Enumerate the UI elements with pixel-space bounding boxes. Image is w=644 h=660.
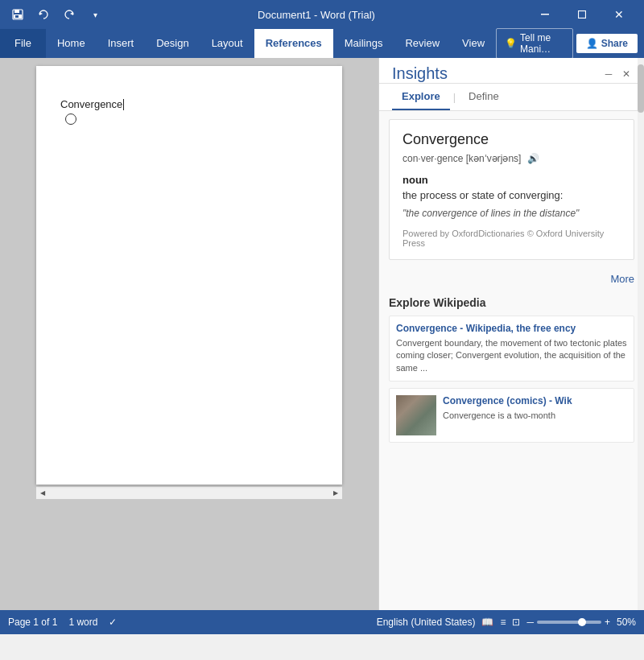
language-label[interactable]: English (United States) bbox=[377, 617, 476, 628]
wiki-title-2: Convergence (comics) - Wik bbox=[443, 395, 627, 406]
quick-access-toolbar: ▾ bbox=[6, 3, 106, 26]
document-text: Convergence bbox=[60, 98, 318, 110]
tab-insert[interactable]: Insert bbox=[97, 29, 146, 58]
insights-panel: Insights ─ ✕ Explore | Define Convergenc… bbox=[378, 58, 644, 610]
svg-marker-5 bbox=[70, 12, 73, 15]
tab-mailings[interactable]: Mailings bbox=[333, 29, 394, 58]
book-icon: 📖 bbox=[481, 617, 493, 628]
horizontal-scrollbar: ◀ ▶ bbox=[36, 486, 342, 499]
status-bar-right: English (United States) 📖 ≡ ⊡ ─ + 50% bbox=[377, 617, 636, 628]
ellipsis-1: ... bbox=[420, 363, 427, 373]
wikipedia-section-title: Explore Wikipedia bbox=[389, 296, 634, 309]
ribbon-right: 💡 Tell me Mani… 👤 Share bbox=[496, 29, 644, 58]
svg-rect-3 bbox=[15, 15, 19, 18]
zoom-minus-icon[interactable]: ─ bbox=[526, 617, 534, 628]
tab-references[interactable]: References bbox=[254, 29, 333, 58]
wiki-item-2-content: Convergence (comics) - Wik Convergence i… bbox=[443, 395, 627, 435]
tab-explore[interactable]: Explore bbox=[392, 84, 450, 110]
lightbulb-icon: 💡 bbox=[505, 38, 517, 49]
pronunciation-text: con·ver·gence [kənˈvərjəns] bbox=[402, 153, 521, 164]
scroll-track[interactable] bbox=[49, 487, 329, 499]
tab-define[interactable]: Define bbox=[459, 84, 509, 110]
zoom-level: 50% bbox=[617, 617, 636, 628]
list-bullet bbox=[65, 113, 76, 125]
insights-scrollbar[interactable] bbox=[638, 58, 644, 610]
window-controls: ✕ bbox=[526, 0, 638, 29]
scroll-left-button[interactable]: ◀ bbox=[36, 487, 49, 500]
zoom-thumb bbox=[578, 618, 586, 626]
wiki-title-1: Convergence - Wikipedia, the free ency bbox=[396, 323, 627, 334]
wikipedia-section: Explore Wikipedia Convergence - Wikipedi… bbox=[389, 296, 634, 443]
more-anchor[interactable]: More bbox=[610, 273, 634, 285]
insights-close-button[interactable]: ✕ bbox=[618, 66, 634, 82]
doc-word: Convergence bbox=[60, 98, 122, 110]
sound-icon[interactable]: 🔊 bbox=[526, 151, 540, 166]
tab-view[interactable]: View bbox=[451, 29, 496, 58]
definition-text: the process or state of converging: bbox=[402, 189, 621, 201]
minimize-window-button[interactable] bbox=[526, 0, 564, 29]
thumb-image bbox=[396, 395, 436, 435]
pronunciation: con·ver·gence [kənˈvərjəns] 🔊 bbox=[402, 151, 621, 166]
tab-file[interactable]: File bbox=[0, 29, 46, 58]
insights-header: Insights ─ ✕ bbox=[379, 58, 644, 84]
save-button[interactable] bbox=[6, 3, 29, 26]
tab-layout[interactable]: Layout bbox=[200, 29, 254, 58]
title-bar: ▾ Document1 - Word (Trial) ✕ bbox=[0, 0, 644, 29]
part-of-speech: noun bbox=[402, 174, 621, 186]
restore-window-button[interactable] bbox=[564, 0, 601, 29]
svg-rect-1 bbox=[14, 10, 19, 13]
wikipedia-item-2[interactable]: Convergence (comics) - Wik Convergence i… bbox=[389, 388, 634, 443]
share-button[interactable]: 👤 Share bbox=[576, 34, 638, 53]
tab-home[interactable]: Home bbox=[46, 29, 97, 58]
definition-example: "the convergence of lines in the distanc… bbox=[402, 208, 621, 219]
tab-review[interactable]: Review bbox=[394, 29, 451, 58]
status-bar: Page 1 of 1 1 word ✓ English (United Sta… bbox=[0, 610, 644, 634]
more-link[interactable]: More bbox=[389, 268, 634, 290]
wiki-desc-1: Convergent boundary, the movement of two… bbox=[396, 337, 627, 374]
svg-marker-4 bbox=[39, 12, 43, 15]
zoom-slider[interactable] bbox=[537, 621, 601, 624]
tell-me-label: Tell me Mani… bbox=[520, 32, 564, 55]
insights-title: Insights bbox=[392, 64, 601, 83]
zoom-control: ─ + 50% bbox=[526, 617, 636, 628]
insights-minimize-button[interactable]: ─ bbox=[601, 66, 617, 82]
document-page[interactable]: Convergence bbox=[36, 66, 342, 485]
ribbon: File Home Insert Design Layout Reference… bbox=[0, 29, 644, 58]
redo-button[interactable] bbox=[58, 3, 80, 26]
tell-me-box[interactable]: 💡 Tell me Mani… bbox=[496, 28, 573, 59]
insights-content[interactable]: Convergence con·ver·gence [kənˈvərjəns] … bbox=[379, 111, 644, 610]
person-icon: 👤 bbox=[586, 38, 598, 49]
svg-rect-7 bbox=[579, 11, 586, 19]
lines-icon: ≡ bbox=[500, 617, 506, 628]
scrollbar-thumb[interactable] bbox=[638, 64, 644, 113]
track-icon: ⊡ bbox=[512, 617, 520, 628]
wiki-desc-2: Convergence is a two-month bbox=[443, 410, 627, 422]
customize-qat-button[interactable]: ▾ bbox=[84, 3, 106, 26]
text-cursor bbox=[123, 99, 124, 110]
tab-design[interactable]: Design bbox=[145, 29, 200, 58]
spell-check-icon: ✓ bbox=[109, 617, 117, 628]
tab-divider: | bbox=[450, 84, 459, 110]
zoom-plus-icon[interactable]: + bbox=[605, 617, 610, 628]
word-count: 1 word bbox=[68, 617, 97, 628]
undo-button[interactable] bbox=[32, 3, 55, 26]
close-window-button[interactable]: ✕ bbox=[601, 0, 638, 29]
powered-by: Powered by OxfordDictionaries © Oxford U… bbox=[402, 229, 621, 248]
svg-rect-6 bbox=[541, 14, 549, 15]
definition-word: Convergence bbox=[402, 131, 621, 148]
insights-tabs: Explore | Define bbox=[379, 84, 644, 111]
share-label: Share bbox=[601, 38, 628, 49]
definition-card: Convergence con·ver·gence [kənˈvərjəns] … bbox=[389, 119, 634, 260]
main-area: Convergence ◀ ▶ Insights ─ ✕ Explore | D… bbox=[0, 58, 644, 610]
wiki-thumbnail bbox=[396, 395, 436, 435]
window-title: Document1 - Word (Trial) bbox=[106, 9, 526, 21]
page-info: Page 1 of 1 bbox=[8, 617, 57, 628]
scroll-right-button[interactable]: ▶ bbox=[329, 487, 342, 500]
wikipedia-item-1[interactable]: Convergence - Wikipedia, the free ency C… bbox=[389, 316, 634, 382]
document-area: Convergence ◀ ▶ bbox=[0, 58, 378, 610]
